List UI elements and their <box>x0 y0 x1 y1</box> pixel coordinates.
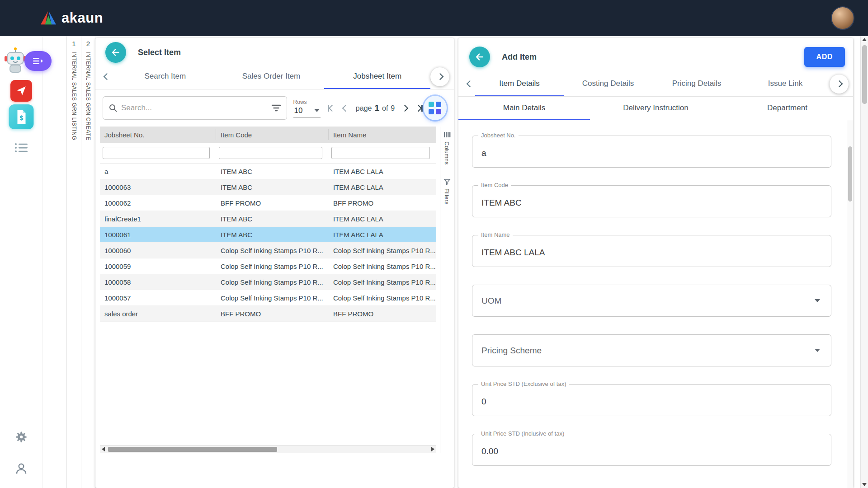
first-page-button[interactable] <box>327 104 335 113</box>
page-scrollbar[interactable] <box>860 36 868 488</box>
menu-open-button[interactable] <box>24 51 52 71</box>
filters-control[interactable]: Filters <box>443 178 451 204</box>
table-row[interactable]: sales order BFF PROMO BFF PROMO <box>100 306 436 322</box>
tab-sales-order-item[interactable]: Sales Order Item <box>218 64 325 89</box>
back-button[interactable] <box>469 47 490 67</box>
pagination: page 1 of 9 <box>327 103 423 113</box>
tabs-scroll-right-button[interactable] <box>830 75 849 94</box>
table-row[interactable]: a ITEM ABC ITEM ABC LALA <box>100 164 436 179</box>
settings-gear-icon[interactable] <box>14 430 28 444</box>
field-uom-dropdown[interactable]: UOM <box>472 285 831 317</box>
cell-item-name: Colop Self Inking Stamps P10 R... <box>329 278 436 286</box>
grid-view-button[interactable] <box>424 96 447 120</box>
table-row[interactable]: 1000062 BFF PROMO BFF PROMO <box>100 195 436 211</box>
top-bar: akaun <box>0 0 868 36</box>
rows-per-page-control[interactable]: Rows 10 <box>293 99 321 117</box>
add-item-header: Add Item ADD <box>458 38 853 71</box>
tab-issue-link[interactable]: Issue Link <box>741 71 830 96</box>
table-row[interactable]: 1000061 ITEM ABC ITEM ABC LALA <box>100 227 436 243</box>
scroll-right-arrow-icon[interactable] <box>431 447 434 451</box>
cell-item-name: Colop Self Inking Stamps P10 R... <box>329 263 436 270</box>
workspace-tab-grn-listing[interactable]: 1 INTERNAL SALES GRN LISTING <box>66 36 81 488</box>
tab-pricing-details[interactable]: Pricing Details <box>652 71 741 96</box>
table-row[interactable]: 1000060 Colop Self Inking Stamps P10 R..… <box>100 243 436 258</box>
tabs-scroll-left-icon[interactable] <box>465 77 475 91</box>
cell-item-name: Colop Self Inking Stamps P10 R... <box>329 247 436 254</box>
sidebar-gap <box>43 36 66 488</box>
tab-search-item[interactable]: Search Item <box>112 64 218 89</box>
filter-input-jobsheet-no[interactable] <box>103 147 210 159</box>
scroll-down-arrow-icon[interactable] <box>862 483 867 486</box>
rows-value: 10 <box>294 106 303 115</box>
filter-input-item-code[interactable] <box>219 147 322 159</box>
column-header-item-name[interactable]: Item Name <box>329 129 436 140</box>
tabs-scroll-left-icon[interactable] <box>102 70 112 84</box>
tab-item-details[interactable]: Item Details <box>475 71 564 96</box>
column-header-jobsheet-no[interactable]: Jobsheet No. <box>100 129 216 140</box>
tab-jobsheet-item[interactable]: Jobsheet Item <box>324 64 430 89</box>
account-person-icon[interactable] <box>14 462 28 475</box>
tabs-scroll-right-button[interactable] <box>430 67 449 86</box>
rows-select[interactable]: 10 <box>293 106 321 117</box>
back-button[interactable] <box>105 42 126 63</box>
page-scroll-thumb[interactable] <box>862 45 867 104</box>
columns-control[interactable]: Columns <box>443 131 451 164</box>
subtab-department[interactable]: Department <box>722 97 853 120</box>
prev-page-button[interactable] <box>342 105 349 112</box>
horizontal-scrollbar[interactable] <box>100 445 436 453</box>
field-unit-price-exclusive[interactable]: Unit Price STD (Exclusive of tax) 0 <box>472 384 831 416</box>
cell-item-code: ITEM ABC <box>216 183 329 191</box>
filter-list-icon[interactable] <box>271 104 281 112</box>
field-jobsheet-no[interactable]: Jobsheet No. a <box>472 136 831 168</box>
table-header: Jobsheet No. Item Code Item Name <box>100 127 436 143</box>
field-unit-price-inclusive[interactable]: Unit Price STD (Inclusive of tax) 0.00 <box>472 434 831 466</box>
add-button[interactable]: ADD <box>804 47 845 67</box>
cell-jobsheet-no: 1000058 <box>100 278 216 286</box>
table-row[interactable]: finalCreate1 ITEM ABC ITEM ABC LALA <box>100 211 436 227</box>
last-page-button[interactable] <box>415 104 424 113</box>
table-row[interactable]: 1000063 ITEM ABC ITEM ABC LALA <box>100 179 436 195</box>
form-scrollbar[interactable] <box>847 120 853 488</box>
table-row[interactable]: 1000057 Colop Self Inking Stamps P10 R..… <box>100 290 436 306</box>
subtab-delivery-instruction[interactable]: Delivery Instruction <box>590 97 722 120</box>
filter-input-item-name[interactable] <box>331 147 430 159</box>
sidebar-app-sales-doc-icon[interactable]: $ <box>9 104 34 129</box>
subtab-main-details[interactable]: Main Details <box>458 97 590 120</box>
chevron-right-icon <box>436 73 443 80</box>
select-item-tabs: Search Item Sales Order Item Jobsheet It… <box>112 64 430 89</box>
cell-jobsheet-no: 1000061 <box>100 231 216 239</box>
search-input[interactable] <box>121 103 268 113</box>
field-label: Unit Price STD (Exclusive of tax) <box>478 380 569 387</box>
search-box <box>103 96 287 120</box>
akaun-logo[interactable]: akaun <box>40 10 103 26</box>
cell-item-name: ITEM ABC LALA <box>329 231 436 239</box>
table-row[interactable]: 1000059 Colop Self Inking Stamps P10 R..… <box>100 258 436 274</box>
sidebar-app-red-icon[interactable] <box>10 80 32 102</box>
cell-item-code: Colop Self Inking Stamps P10 R... <box>216 294 329 302</box>
horizontal-scroll-thumb[interactable] <box>108 447 277 452</box>
tab-costing-details[interactable]: Costing Details <box>564 71 652 96</box>
scroll-up-arrow-icon[interactable] <box>862 38 867 41</box>
user-avatar[interactable] <box>831 6 854 30</box>
sidebar-listing-icon[interactable] <box>14 142 28 153</box>
filter-funnel-icon <box>443 178 451 185</box>
field-value: a <box>481 148 486 158</box>
scroll-left-arrow-icon[interactable] <box>102 447 105 451</box>
columns-icon <box>443 131 451 138</box>
column-header-item-code[interactable]: Item Code <box>216 129 329 140</box>
field-item-name[interactable]: Item Name ITEM ABC LALA <box>472 235 831 267</box>
form-scroll-thumb[interactable] <box>848 146 852 202</box>
field-item-code[interactable]: Item Code ITEM ABC <box>472 185 831 217</box>
cell-item-code: ITEM ABC <box>216 168 329 175</box>
cell-jobsheet-no: sales order <box>100 310 216 318</box>
body-row: $ <box>0 36 868 488</box>
cell-item-code: Colop Self Inking Stamps P10 R... <box>216 247 329 254</box>
workspace-tab-grn-create[interactable]: 2 INTERNAL SALES GRN CREATE <box>81 36 95 488</box>
field-value: 0.00 <box>481 446 498 456</box>
table-zone: Jobsheet No. Item Code Item Name a <box>95 124 454 488</box>
field-value: ITEM ABC LALA <box>481 248 545 258</box>
next-page-button[interactable] <box>401 105 408 112</box>
table-row[interactable]: 1000058 Colop Self Inking Stamps P10 R..… <box>100 274 436 290</box>
dropdown-placeholder: Pricing Scheme <box>481 346 542 356</box>
field-pricing-scheme-dropdown[interactable]: Pricing Scheme <box>472 334 831 366</box>
